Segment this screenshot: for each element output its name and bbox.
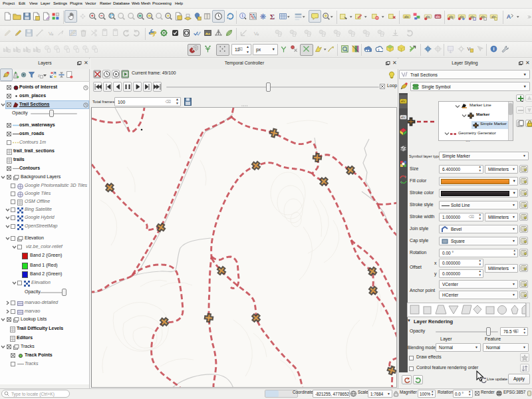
svg-text:V: V <box>254 31 258 37</box>
svg-text:abc: abc <box>401 100 406 103</box>
svg-text:abc: abc <box>404 15 410 19</box>
svg-text:Σ: Σ <box>270 13 275 21</box>
svg-text:V: V <box>49 31 53 37</box>
svg-text:❋: ❋ <box>260 13 267 21</box>
svg-text:A: A <box>507 13 511 20</box>
svg-text:i: i <box>493 46 494 52</box>
svg-text:abc: abc <box>436 15 441 19</box>
svg-text:i: i <box>242 13 243 18</box>
svg-text:abc: abc <box>401 116 406 119</box>
svg-text:V: V <box>467 46 470 52</box>
